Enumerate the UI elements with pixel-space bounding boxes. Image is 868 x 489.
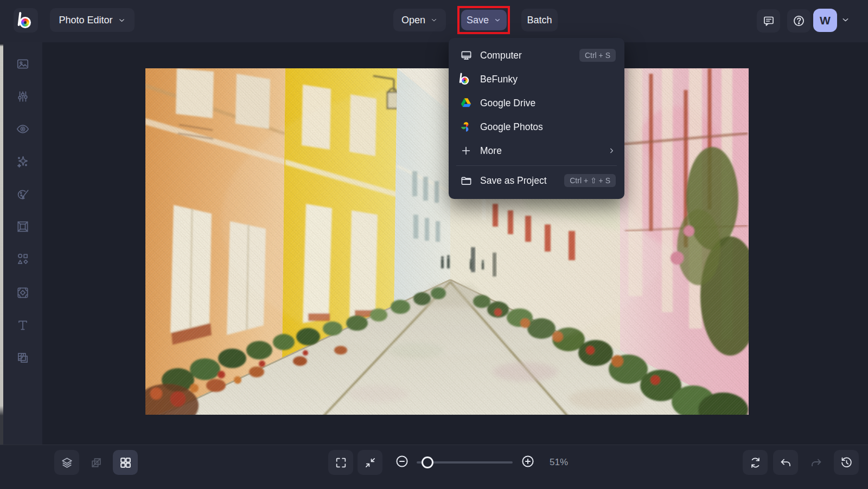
undo-button[interactable] [773, 450, 798, 475]
save-dropdown-menu: Computer Ctrl + S BeFunky Google Drive G… [449, 38, 624, 199]
open-button[interactable]: Open [393, 9, 446, 31]
sidebar-item-artsy[interactable] [16, 187, 30, 201]
crop-rotate-icon [90, 456, 103, 469]
refresh-icon [749, 456, 762, 469]
zoom-in-icon [520, 454, 535, 469]
shapes-icon [16, 252, 30, 266]
account-menu-chevron[interactable] [841, 15, 850, 24]
eye-icon [16, 122, 30, 136]
plus-icon [460, 145, 472, 157]
feedback-button[interactable] [757, 9, 780, 33]
sidebar-item-touchup[interactable] [16, 122, 30, 136]
help-button[interactable] [787, 9, 810, 33]
batch-button-label: Batch [527, 15, 552, 26]
fit-screen-icon [363, 456, 377, 469]
app-menu-label: Photo Editor [59, 15, 112, 26]
sparkles-icon [16, 155, 30, 169]
folder-icon [460, 175, 473, 187]
zoom-out-icon [394, 454, 410, 469]
image-manager-button[interactable] [113, 450, 138, 475]
befunky-home-button[interactable] [14, 8, 38, 33]
app-menu-button[interactable]: Photo Editor [50, 8, 135, 32]
undo-icon [779, 456, 793, 469]
sidebar-item-frames[interactable] [16, 220, 30, 234]
chevron-down-icon [118, 16, 126, 24]
menu-item-save-as-project[interactable]: Save as Project Ctrl + ⇧ + S [449, 169, 624, 192]
redo-button[interactable] [803, 450, 828, 475]
frame-icon [16, 220, 30, 234]
watercolor-street-painting [145, 68, 749, 415]
history-icon [840, 456, 853, 469]
menu-item-befunky[interactable]: BeFunky [449, 67, 624, 91]
fullscreen-button[interactable] [328, 450, 353, 475]
batch-button[interactable]: Batch [521, 9, 558, 31]
canvas-image[interactable] [145, 68, 749, 415]
sidebar-item-edit[interactable] [16, 89, 30, 104]
monitor-icon [460, 49, 473, 62]
palette-icon [16, 187, 30, 201]
fullscreen-icon [334, 456, 348, 469]
layers-button[interactable] [54, 450, 79, 475]
save-button[interactable]: Save [461, 10, 507, 30]
sidebar-item-image[interactable] [16, 57, 30, 71]
layers-icon [60, 456, 74, 469]
menu-item-computer[interactable]: Computer Ctrl + S [449, 43, 624, 67]
grid-icon [119, 456, 132, 469]
menu-item-google-drive[interactable]: Google Drive [449, 91, 624, 115]
redo-icon [809, 456, 823, 469]
bottom-toolbar: 51% [0, 445, 868, 489]
avatar[interactable]: W [813, 9, 837, 32]
sidebar-item-text[interactable] [16, 318, 30, 332]
pattern-icon [16, 286, 30, 300]
menu-item-label: BeFunky [480, 74, 616, 85]
feedback-icon [762, 15, 775, 28]
open-button-label: Open [401, 15, 425, 26]
adjust-sliders-icon [16, 89, 30, 104]
zoom-out-button[interactable] [394, 454, 410, 469]
save-button-label: Save [467, 15, 489, 26]
zoom-level-label: 51% [540, 457, 578, 468]
chevron-right-icon [607, 146, 616, 155]
befunky-logo-icon [18, 12, 34, 29]
shortcut-badge: Ctrl + ⇧ + S [564, 174, 616, 187]
google-drive-icon [460, 97, 472, 109]
sidebar-item-graphics[interactable] [16, 252, 30, 266]
crop-rotate-button[interactable] [84, 450, 108, 475]
text-icon [16, 318, 30, 332]
sidebar-item-overlays[interactable] [16, 286, 30, 300]
avatar-initial: W [820, 14, 831, 27]
zoom-in-button[interactable] [520, 454, 535, 469]
menu-item-label: Google Drive [480, 98, 616, 109]
chevron-down-icon [430, 16, 438, 24]
menu-item-label: Google Photos [480, 121, 616, 133]
help-icon [792, 14, 806, 28]
menu-item-label: More [480, 145, 607, 157]
top-toolbar: Photo Editor Open Save Batch W [0, 0, 868, 42]
compare-refresh-button[interactable] [743, 450, 768, 475]
menu-item-google-photos[interactable]: Google Photos [449, 115, 624, 139]
tools-sidebar [3, 42, 42, 445]
textures-icon [16, 351, 30, 365]
chevron-down-icon [494, 16, 501, 24]
chevron-down-icon [841, 15, 850, 24]
zoom-slider-handle[interactable] [422, 456, 433, 468]
menu-item-more[interactable]: More [449, 139, 624, 163]
menu-divider [456, 165, 617, 166]
fit-to-screen-button[interactable] [358, 450, 382, 475]
history-button[interactable] [834, 450, 859, 475]
image-icon [16, 57, 30, 71]
sidebar-item-effects[interactable] [16, 155, 30, 169]
shortcut-badge: Ctrl + S [579, 49, 616, 62]
befunky-logo-icon [459, 73, 469, 85]
menu-item-label: Computer [480, 50, 579, 61]
sidebar-item-textures[interactable] [16, 351, 30, 365]
menu-item-label: Save as Project [480, 175, 564, 186]
google-photos-icon [460, 121, 472, 133]
